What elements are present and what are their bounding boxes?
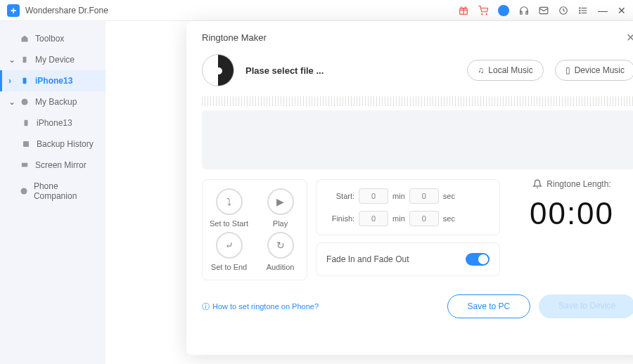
menu-list-icon[interactable]: [578, 6, 588, 15]
svg-point-1: [482, 13, 482, 14]
phone-icon: [21, 118, 31, 128]
finish-label: Finish:: [326, 214, 354, 223]
button-label: Play: [273, 219, 288, 228]
sidebar-item-label: Phone Companion: [34, 181, 97, 201]
svg-point-9: [580, 7, 580, 8]
history-icon: [21, 139, 31, 149]
home-icon: [20, 34, 30, 44]
play-button[interactable]: ▶ Play: [261, 188, 300, 228]
unit-label: min: [392, 214, 405, 223]
app-logo: [7, 4, 20, 17]
local-music-button[interactable]: ♫ Local Music: [467, 60, 543, 81]
svg-point-14: [22, 99, 28, 105]
set-end-button[interactable]: ⤶ Set to End: [210, 232, 248, 271]
sidebar-item-my-backup[interactable]: ⌄ My Backup: [0, 91, 106, 112]
cart-icon[interactable]: [478, 6, 488, 15]
sidebar-item-my-device[interactable]: ⌄ My Device: [0, 49, 106, 70]
mail-icon[interactable]: [539, 6, 549, 15]
finish-sec-input[interactable]: 0: [409, 211, 439, 226]
sidebar-item-iphone13[interactable]: › iPhone13: [0, 70, 106, 91]
sidebar: Toolbox ⌄ My Device › iPhone13 ⌄ My Back…: [0, 21, 106, 364]
ringtone-maker-modal: Ringtone Maker ✕ Plase select file ... ♫…: [186, 21, 633, 355]
headphones-icon[interactable]: [519, 6, 529, 15]
fade-toggle-row: Fade In and Fade Out: [316, 242, 500, 276]
phone-music-icon: ▯: [565, 65, 570, 75]
svg-rect-3: [520, 11, 522, 14]
svg-rect-13: [23, 78, 27, 84]
svg-point-10: [580, 10, 580, 11]
start-sec-input[interactable]: 0: [409, 188, 439, 204]
button-label: Audition: [267, 263, 295, 271]
play-icon: ▶: [267, 188, 294, 215]
unit-label: sec: [443, 214, 455, 223]
sidebar-item-label: Toolbox: [35, 34, 64, 44]
svg-rect-4: [526, 11, 528, 14]
svg-rect-15: [25, 120, 28, 126]
fade-toggle[interactable]: [466, 253, 490, 266]
close-button[interactable]: ✕: [618, 5, 626, 16]
save-to-pc-button[interactable]: Save to PC: [447, 294, 531, 318]
help-icon: ⓘ: [202, 301, 210, 312]
sidebar-item-label: My Backup: [35, 97, 77, 107]
sidebar-item-label: My Device: [35, 55, 75, 65]
avatar-icon[interactable]: [498, 5, 509, 16]
phone-icon: [20, 76, 30, 86]
sidebar-item-label: Screen Mirror: [35, 160, 87, 170]
fade-label: Fade In and Fade Out: [326, 254, 409, 264]
record-icon: [202, 54, 234, 86]
chevron-down-icon: ⌄: [8, 55, 14, 65]
finish-min-input[interactable]: 0: [359, 211, 388, 226]
set-start-icon: ⤵: [216, 188, 243, 215]
sidebar-item-label: iPhone13: [35, 76, 72, 86]
gift-icon[interactable]: [459, 6, 468, 15]
app-title: Wondershare Dr.Fone: [25, 6, 459, 15]
titlebar: Wondershare Dr.Fone — ✕: [0, 0, 633, 21]
help-label: How to set ringtone on Phone?: [212, 302, 319, 311]
playback-controls: ⤵ Set to Start ▶ Play ⤶ Set to End ↻ Aud…: [202, 179, 307, 280]
audition-button[interactable]: ↻ Audition: [261, 232, 300, 271]
chevron-right-icon: ›: [8, 76, 14, 86]
save-to-device-button: Save to Device: [539, 294, 633, 318]
help-link[interactable]: ⓘ How to set ringtone on Phone?: [202, 301, 319, 312]
start-label: Start:: [326, 192, 354, 200]
unit-label: min: [392, 192, 405, 200]
sidebar-item-screen-mirror[interactable]: Screen Mirror: [0, 155, 106, 176]
length-label: Ringtone Length:: [546, 179, 610, 189]
music-icon: ♫: [478, 65, 484, 75]
history-icon[interactable]: [558, 6, 568, 15]
button-label: Device Music: [575, 65, 625, 75]
unit-label: sec: [443, 192, 455, 200]
bell-icon: [532, 179, 542, 189]
svg-rect-16: [23, 141, 29, 147]
svg-point-2: [486, 13, 487, 14]
sidebar-item-backup-history[interactable]: Backup History: [0, 134, 106, 155]
waveform-area[interactable]: [202, 110, 633, 169]
set-end-icon: ⤶: [216, 232, 243, 259]
screen-icon: [20, 160, 30, 170]
svg-point-18: [20, 188, 27, 195]
sidebar-item-phone-companion[interactable]: Phone Companion: [0, 176, 106, 207]
svg-point-11: [580, 12, 580, 13]
button-label: Set to End: [211, 263, 247, 271]
sidebar-item-backup-iphone13[interactable]: iPhone13: [0, 112, 106, 134]
sidebar-item-label: iPhone13: [37, 118, 72, 128]
svg-rect-17: [22, 163, 27, 167]
modal-title: Ringtone Maker: [202, 32, 267, 43]
sidebar-item-label: Backup History: [37, 139, 94, 149]
device-icon: [20, 55, 30, 65]
button-label: Set to Start: [210, 219, 248, 228]
time-range-box: Start: 0 min 0 sec Finish: 0 min 0 sec: [316, 179, 500, 235]
backup-icon: [20, 97, 30, 107]
sidebar-item-toolbox[interactable]: Toolbox: [0, 28, 106, 49]
close-icon[interactable]: ✕: [626, 31, 633, 44]
track-ruler: [202, 96, 633, 106]
set-start-button[interactable]: ⤵ Set to Start: [210, 188, 248, 228]
start-min-input[interactable]: 0: [359, 188, 388, 204]
audition-icon: ↻: [267, 232, 294, 259]
svg-rect-12: [23, 57, 27, 63]
minimize-button[interactable]: —: [598, 5, 608, 16]
device-music-button[interactable]: ▯ Device Music: [555, 60, 633, 81]
ringtone-length-block: Ringtone Length: 00:00: [509, 179, 633, 280]
select-file-label: Plase select file ...: [245, 65, 456, 76]
button-label: Local Music: [488, 65, 532, 75]
